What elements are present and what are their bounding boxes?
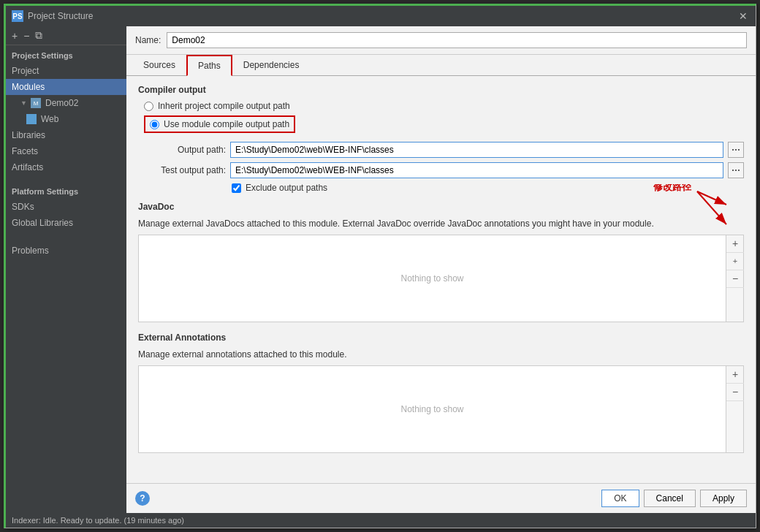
sidebar-item-libraries[interactable]: Libraries — [6, 127, 126, 143]
footer-right: OK Cancel Apply — [601, 490, 747, 507]
ext-annotations-panel: Nothing to show + − — [138, 365, 744, 453]
radio-use-module[interactable]: Use module compile output path — [144, 115, 744, 133]
cancel-button[interactable]: Cancel — [644, 490, 696, 507]
sidebar-item-project[interactable]: Project — [6, 63, 126, 79]
ext-annotations-add-button[interactable]: + — [726, 366, 744, 384]
radio-use-module-input[interactable] — [150, 120, 159, 129]
global-libraries-label: Global Libraries — [12, 218, 73, 228]
radio-inherit-input[interactable] — [144, 102, 153, 111]
sidebar-item-facets[interactable]: Facets — [6, 143, 126, 159]
output-path-row: Output path: ⋯ — [138, 142, 744, 158]
dialog-title: Project Structure — [28, 11, 93, 21]
status-bar: Indexer: Idle. Ready to update. (19 minu… — [6, 513, 756, 528]
facets-item-label: Facets — [12, 146, 38, 156]
problems-section: Problems — [6, 243, 126, 259]
ext-annotations-empty-panel: Nothing to show — [138, 365, 726, 453]
problems-label: Problems — [12, 246, 49, 256]
web-child-name: Web — [41, 114, 58, 124]
ext-annotations-remove-button[interactable]: − — [726, 384, 744, 401]
libraries-item-label: Libraries — [12, 130, 45, 140]
sdks-label: SDKs — [12, 202, 34, 212]
dialog-content: + − ⧉ Project Settings Project Modules ▼… — [6, 26, 756, 513]
title-bar-left: PS Project Structure — [12, 10, 93, 22]
exclude-label: Exclude output paths — [246, 183, 327, 193]
sidebar-item-sdks[interactable]: SDKs — [6, 199, 126, 215]
ext-annotations-empty-text: Nothing to show — [400, 404, 463, 414]
test-output-path-browse-button[interactable]: ⋯ — [728, 162, 744, 178]
output-path-label: Output path: — [138, 145, 226, 155]
dialog-footer: ? OK Cancel Apply — [126, 483, 756, 513]
ok-button[interactable]: OK — [601, 490, 639, 507]
javadoc-panel: Nothing to show + + − — [138, 235, 744, 322]
radio-use-module-label: Use module compile output path — [164, 119, 289, 129]
output-path-input[interactable] — [230, 142, 723, 158]
name-bar: Name: — [126, 26, 756, 55]
output-path-browse-button[interactable]: ⋯ — [728, 142, 744, 158]
help-button[interactable]: ? — [135, 491, 150, 506]
external-annotations-description: Manage external annotations attached to … — [138, 349, 744, 361]
title-bar: PS Project Structure ✕ — [6, 6, 756, 26]
web-icon — [26, 114, 37, 124]
javadoc-description: Manage external JavaDocs attached to thi… — [138, 218, 744, 230]
external-annotations-title: External Annotations — [138, 332, 744, 343]
sidebar-item-global-libraries[interactable]: Global Libraries — [6, 215, 126, 231]
name-input[interactable] — [167, 32, 747, 48]
name-label: Name: — [135, 35, 161, 45]
test-output-path-label: Test output path: — [138, 165, 226, 175]
javadoc-add2-button[interactable]: + — [726, 253, 744, 270]
exclude-checkbox[interactable] — [232, 183, 241, 193]
close-button[interactable]: ✕ — [737, 10, 750, 23]
platform-settings-section: Platform Settings SDKs Global Libraries — [6, 181, 126, 231]
modules-item-label: Modules — [12, 82, 45, 92]
test-output-path-input[interactable] — [230, 162, 723, 178]
module-name: Demo02 — [45, 98, 78, 108]
sidebar-item-modules[interactable]: Modules — [6, 79, 126, 95]
add-module-button[interactable]: + — [10, 30, 19, 42]
sidebar-item-problems[interactable]: Problems — [6, 243, 126, 259]
module-icon: M — [31, 98, 41, 108]
tab-paths[interactable]: Paths — [186, 55, 232, 76]
test-output-path-row: Test output path: ⋯ — [138, 162, 744, 178]
external-annotations-section: External Annotations Manage external ann… — [138, 332, 744, 453]
project-structure-dialog: PS Project Structure ✕ + − ⧉ Project Set… — [4, 4, 756, 528]
main-panel: Name: Sources Paths Dependencies Compile… — [126, 26, 756, 513]
footer-left: ? — [135, 491, 150, 506]
javadoc-section: JavaDoc Manage external JavaDocs attache… — [138, 202, 744, 322]
radio-inherit-label: Inherit project compile output path — [158, 101, 290, 111]
copy-module-button[interactable]: ⧉ — [34, 29, 44, 42]
javadoc-empty-panel: Nothing to show — [138, 235, 726, 322]
project-settings-title: Project Settings — [6, 45, 126, 63]
sidebar-toolbar: + − ⧉ — [6, 26, 126, 45]
tab-dependencies[interactable]: Dependencies — [232, 55, 311, 76]
app-icon: PS — [12, 10, 23, 22]
compiler-output-title: Compiler output — [138, 85, 744, 95]
module-tree-demo02[interactable]: ▼ M Demo02 — [6, 95, 126, 111]
javadoc-remove-button[interactable]: − — [726, 270, 744, 288]
project-item-label: Project — [12, 66, 39, 76]
sidebar: + − ⧉ Project Settings Project Modules ▼… — [6, 26, 126, 513]
exclude-checkbox-row: Exclude output paths — [232, 183, 744, 193]
sidebar-item-artifacts[interactable]: Artifacts — [6, 159, 126, 175]
module-tree-web[interactable]: Web — [6, 111, 126, 127]
ext-annotations-toolbar: + − — [726, 365, 744, 453]
javadoc-title: JavaDoc — [138, 202, 744, 212]
remove-module-button[interactable]: − — [22, 30, 31, 42]
radio-selected-box: Use module compile output path — [144, 115, 295, 133]
tab-content-paths: Compiler output Inherit project compile … — [126, 76, 756, 483]
radio-inherit[interactable]: Inherit project compile output path — [144, 101, 744, 111]
artifacts-item-label: Artifacts — [12, 162, 43, 172]
tabs-bar: Sources Paths Dependencies — [126, 55, 756, 76]
platform-settings-title: Platform Settings — [6, 181, 126, 199]
javadoc-add-button[interactable]: + — [726, 235, 744, 253]
javadoc-empty-text: Nothing to show — [400, 273, 463, 284]
status-text: Indexer: Idle. Ready to update. (19 minu… — [12, 516, 184, 525]
radio-group: Inherit project compile output path Use … — [144, 101, 744, 133]
javadoc-toolbar: + + − — [726, 235, 744, 322]
tree-expand-icon: ▼ — [20, 99, 28, 107]
tab-sources[interactable]: Sources — [132, 55, 186, 76]
apply-button[interactable]: Apply — [700, 490, 747, 507]
